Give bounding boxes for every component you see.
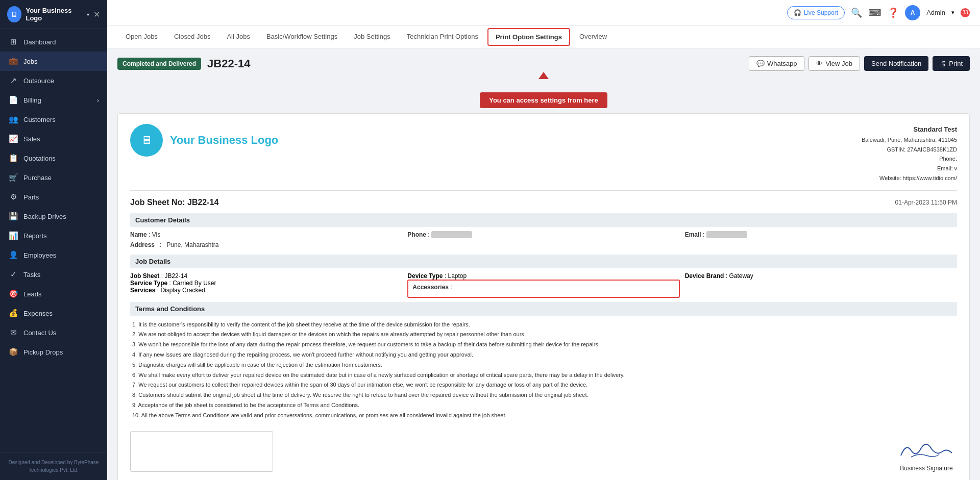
printer-icon: 🖨 [940,60,946,67]
tab-open-jobs[interactable]: Open Jobs [117,26,166,48]
company-website: Website: https://www.tidio.com/ [879,175,957,181]
avatar: A [905,5,920,20]
sidebar-item-sales[interactable]: 📈 Sales [0,129,107,148]
sidebar-footer: Designed and Developed by BytePhase Tech… [0,452,107,480]
signature-image [896,438,957,463]
logo-chevron-icon: ▾ [87,12,89,17]
sidebar-item-label: Jobs [23,58,37,65]
customer-details-row: Name : Vis Phone : 3 Email : visl [130,231,957,238]
sidebar-item-customers[interactable]: 👥 Customers [0,110,107,129]
terms-item: 5. Diagnostic charges will still be appl… [132,360,957,370]
sidebar-item-label: Pickup Drops [23,348,63,356]
tab-job-settings[interactable]: Job Settings [346,26,399,48]
tab-nav: Open JobsClosed JobsAll JobsBasic/Workfl… [107,26,980,49]
doc-logo-row: 🖥 Your Business Logo [130,124,278,157]
sidebar-item-quotations[interactable]: 📋 Quotations [0,148,107,168]
notification-badge[interactable]: 33 [961,8,970,17]
keyboard-icon[interactable]: ⌨ [868,7,881,18]
sidebar-item-leads[interactable]: 🎯 Leads [0,284,107,304]
customer-address-row: Address : Pune, Maharashtra [130,241,957,248]
pickup-drops-icon: 📦 [8,347,18,357]
business-signature-label: Business Signature [896,465,957,472]
send-notification-button[interactable]: Send Notification [864,56,928,71]
main-content: 🎧 Live Support 🔍 ⌨ ❓ A Admin ▾ 33 Open J… [107,0,980,480]
terms-item: 10. All the above Terms and Conditions a… [132,411,957,421]
logo-icon: 🖥 [7,6,21,22]
terms-item: 2. We are not obliged to accept the devi… [132,330,957,340]
admin-chevron-icon[interactable]: ▾ [951,9,954,16]
terms-item: 7. We request our customers to collect t… [132,380,957,390]
sidebar-item-label: Contact Us [23,329,56,337]
sidebar-item-label: Employees [23,251,56,259]
sidebar-item-pickup-drops[interactable]: 📦 Pickup Drops [0,342,107,362]
callout-box: You can access settings from here [480,92,607,108]
signature-box [130,431,273,472]
sidebar-item-jobs[interactable]: 💼 Jobs [0,52,107,71]
doc-title-row: Job Sheet No: JB22-14 01-Apr-2023 11:50 … [130,198,957,207]
expenses-icon: 💰 [8,309,18,318]
sidebar-item-purchase[interactable]: 🛒 Purchase [0,168,107,187]
quotations-icon: 📋 [8,154,18,163]
sidebar-item-backup-drives[interactable]: 💾 Backup Drives [0,207,107,226]
company-address: Balewadi, Pune, Maharashtra, 411045 [862,137,957,143]
help-icon[interactable]: ❓ [888,7,899,18]
topbar: 🎧 Live Support 🔍 ⌨ ❓ A Admin ▾ 33 [107,0,980,26]
sidebar-item-employees[interactable]: 👤 Employees [0,245,107,265]
doc-logo-name: Your Business Logo [170,134,278,147]
customer-phone-blurred: 3 [431,231,472,238]
sidebar-item-label: Sales [23,135,40,143]
customers-icon: 👥 [8,115,18,124]
company-phone: Phone: [939,156,957,162]
eye-icon: 👁 [816,60,823,67]
callout-arrow [538,72,549,79]
tab-technician-print[interactable]: Technician Print Options [399,26,486,48]
tab-basic-workflow[interactable]: Basic/Workflow Settings [258,26,346,48]
customer-email-cell: Email : visl [685,231,957,238]
job-action-buttons: 💬 Whatsapp 👁 View Job Send Notification … [749,56,970,71]
print-button[interactable]: 🖨 Print [933,56,970,71]
view-job-button[interactable]: 👁 View Job [808,56,860,71]
sidebar-item-tasks[interactable]: ✓ Tasks [0,265,107,284]
job-details-grid: Job Sheet : JB22-14 Service Type : Carri… [130,272,957,298]
sidebar-item-label: Outsource [23,77,54,85]
sidebar-item-label: Tasks [23,271,40,279]
sidebar-item-expenses[interactable]: 💰 Expenses [0,304,107,323]
job-detail-mid: Device Type : Laptop Accessories : [407,272,679,298]
sidebar-item-contact-us[interactable]: ✉ Contact Us [0,323,107,342]
company-email: Email: v [937,165,957,171]
sidebar: 🖥 Your Business Logo ▾ ✕ ⊞ Dashboard 💼 J… [0,0,107,480]
callout-container: You can access settings from here [117,77,970,108]
sidebar-item-outsource[interactable]: ↗ Outsource [0,71,107,90]
business-signature: Business Signature [896,438,957,472]
whatsapp-icon: 💬 [756,60,765,67]
status-badge: Completed and Delivered [117,58,201,70]
terms-item: 3. We won't be responsible for the loss … [132,340,957,350]
customer-name-cell: Name : Vis [130,231,402,238]
logo-text: Your Business Logo [26,7,83,22]
sidebar-item-reports[interactable]: 📊 Reports [0,226,107,245]
sidebar-item-billing[interactable]: 📄 Billing › [0,90,107,110]
terms-header: Terms and Conditions [130,302,957,316]
sidebar-item-label: Expenses [23,310,53,317]
company-name: Standard Test [913,125,957,133]
sidebar-logo[interactable]: 🖥 Your Business Logo ▾ ✕ [0,0,107,29]
whatsapp-button[interactable]: 💬 Whatsapp [749,56,805,71]
sidebar-item-label: Parts [23,193,39,201]
terms-item: 9. Acceptance of the job sheet is consid… [132,400,957,411]
sidebar-close-icon[interactable]: ✕ [93,10,100,19]
tab-all-jobs[interactable]: All Jobs [218,26,258,48]
sidebar-item-dashboard[interactable]: ⊞ Dashboard [0,32,107,52]
live-support-button[interactable]: 🎧 Live Support [787,6,845,19]
doc-logo-icon: 🖥 [130,124,163,157]
sidebar-item-parts[interactable]: ⚙ Parts [0,187,107,207]
tab-print-option[interactable]: Print Option Settings [487,28,570,46]
backup-drives-icon: 💾 [8,212,18,221]
topbar-right: 🎧 Live Support 🔍 ⌨ ❓ A Admin ▾ 33 [787,5,970,20]
tab-closed-jobs[interactable]: Closed Jobs [166,26,219,48]
doc-company-info: Standard Test Balewadi, Pune, Maharashtr… [862,124,957,183]
search-icon[interactable]: 🔍 [851,7,862,18]
job-number: JB22-14 [207,57,250,70]
headset-icon: 🎧 [794,9,801,16]
tab-overview[interactable]: Overview [571,26,615,48]
sidebar-item-label: Customers [23,116,56,123]
